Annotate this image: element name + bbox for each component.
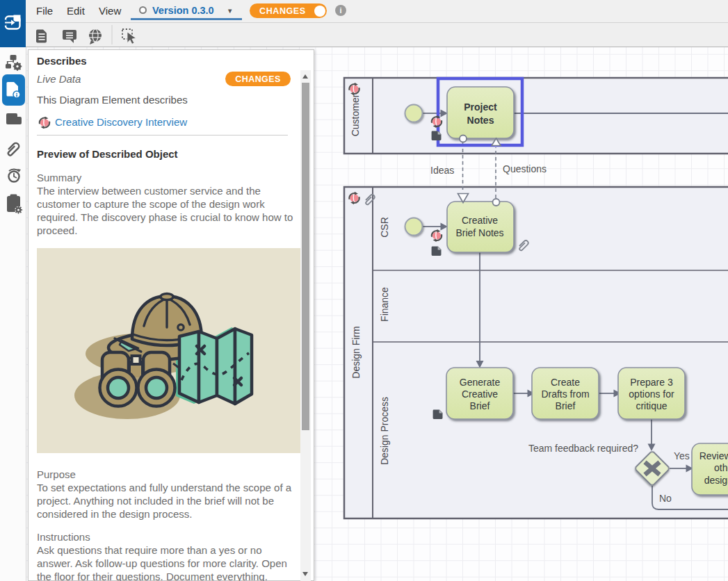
svg-text:Design Process: Design Process — [379, 397, 390, 465]
svg-text:No: No — [659, 493, 672, 504]
svg-text:critique: critique — [636, 400, 667, 411]
svg-text:Notes: Notes — [467, 115, 494, 126]
svg-text:Creative: Creative — [462, 215, 498, 226]
svg-text:designers: designers — [704, 475, 728, 486]
svg-text:Design Firm: Design Firm — [350, 326, 362, 378]
svg-text:Generate: Generate — [460, 377, 501, 388]
svg-text:CSR: CSR — [379, 217, 390, 238]
svg-text:Yes: Yes — [674, 450, 690, 461]
svg-text:other: other — [714, 462, 728, 473]
svg-text:Create: Create — [551, 377, 580, 388]
svg-text:Brief: Brief — [556, 400, 576, 411]
svg-text:Drafts from: Drafts from — [541, 388, 589, 400]
svg-text:Team feedback required?: Team feedback required? — [528, 443, 638, 454]
svg-text:options for: options for — [629, 388, 674, 400]
svg-text:Brief Notes: Brief Notes — [455, 227, 503, 238]
svg-text:Review with: Review with — [699, 450, 728, 461]
svg-text:Finance: Finance — [379, 287, 390, 322]
svg-text:Creative: Creative — [462, 388, 498, 400]
svg-text:Questions: Questions — [503, 163, 547, 174]
svg-text:Ideas: Ideas — [430, 165, 454, 176]
svg-text:Prepare 3: Prepare 3 — [630, 377, 673, 388]
svg-text:Customer: Customer — [350, 94, 361, 136]
svg-text:Brief: Brief — [470, 400, 490, 411]
svg-text:Project: Project — [464, 101, 497, 113]
